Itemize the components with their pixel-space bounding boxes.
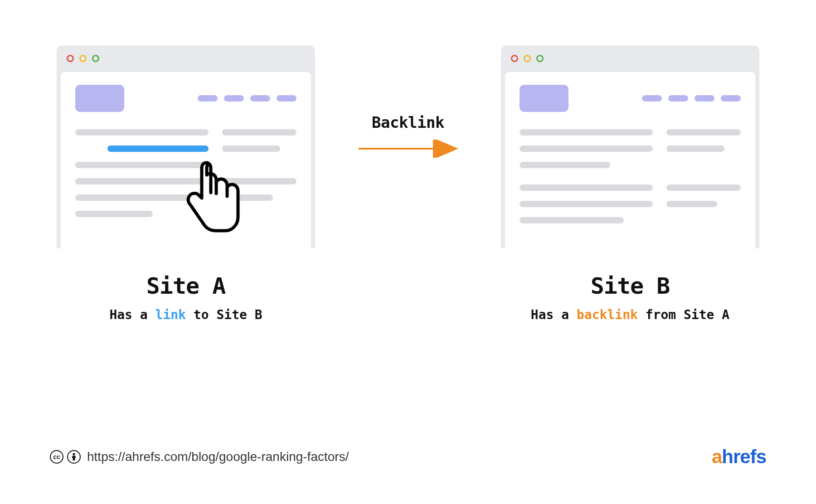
maximize-dot-icon	[536, 55, 544, 62]
window-controls	[57, 45, 315, 72]
page-content	[520, 129, 741, 233]
text-line	[75, 211, 153, 217]
close-dot-icon	[67, 55, 74, 62]
text-line	[666, 129, 741, 136]
site-a-subtitle: Has a link to Site B	[109, 307, 262, 322]
cc-license-icon: cc	[50, 450, 63, 464]
sub-prefix: Has a	[109, 307, 155, 322]
text-line	[520, 129, 653, 136]
text-line	[520, 184, 653, 191]
nav-item	[277, 95, 296, 102]
sub-prefix: Has a	[531, 307, 577, 322]
footer-attribution: cc https://ahrefs.com/blog/google-rankin…	[50, 450, 349, 464]
site-b-subtitle: Has a backlink from Site A	[531, 307, 729, 322]
maximize-dot-icon	[92, 55, 99, 62]
cc-badges: cc	[50, 450, 81, 464]
text-line	[666, 145, 724, 152]
arrow-section: Backlink	[351, 113, 465, 158]
logo-placeholder	[520, 85, 568, 112]
nav-item	[250, 95, 270, 102]
text-line	[222, 194, 272, 201]
nav-item	[224, 95, 244, 102]
nav-item	[198, 95, 218, 102]
sub-highlight: link	[155, 307, 186, 322]
brand-first-letter: a	[712, 446, 722, 467]
sub-suffix: from Site A	[638, 307, 729, 322]
source-url: https://ahrefs.com/blog/google-ranking-f…	[87, 450, 349, 464]
site-b-column: Site B Has a backlink from Site A	[494, 45, 766, 322]
text-line	[520, 201, 653, 207]
page-header	[520, 85, 741, 112]
text-line	[666, 201, 717, 207]
text-line	[222, 145, 280, 152]
text-line	[666, 184, 741, 191]
diagram-row: Site A Has a link to Site B Backlink	[50, 45, 766, 322]
site-a-column: Site A Has a link to Site B	[50, 45, 322, 322]
text-line	[520, 162, 610, 168]
content-col-side	[222, 129, 296, 227]
text-line	[222, 129, 296, 136]
site-b-title: Site B	[591, 273, 670, 299]
footer: cc https://ahrefs.com/blog/google-rankin…	[50, 446, 766, 468]
site-a-title: Site A	[146, 273, 226, 299]
content-col-main	[520, 129, 653, 233]
nav-item	[695, 95, 714, 102]
window-controls	[501, 45, 759, 72]
browser-mock-b	[501, 45, 759, 248]
brand-rest: hrefs	[722, 446, 766, 467]
arrow-label: Backlink	[372, 113, 444, 131]
diagram-stage: Site A Has a link to Site B Backlink	[50, 45, 766, 322]
page-header	[75, 85, 296, 112]
cc-by-icon	[67, 450, 81, 464]
brand-logo: ahrefs	[712, 446, 766, 468]
text-line	[75, 129, 209, 136]
sub-highlight: backlink	[577, 307, 638, 322]
svg-point-1	[73, 453, 75, 455]
close-dot-icon	[511, 55, 518, 62]
text-line	[222, 178, 296, 184]
page-content	[75, 129, 296, 227]
text-line	[520, 145, 653, 152]
content-col-side	[666, 129, 741, 233]
nav-placeholder	[198, 95, 296, 102]
svg-rect-3	[73, 458, 75, 460]
hyperlink-line	[107, 145, 209, 152]
text-line	[75, 194, 209, 201]
page-viewport-b	[505, 72, 756, 248]
browser-mock-a	[57, 45, 315, 248]
logo-placeholder	[75, 85, 124, 112]
nav-placeholder	[642, 95, 741, 102]
arrow-icon	[356, 140, 460, 158]
nav-item	[642, 95, 662, 102]
text-line	[75, 162, 209, 168]
page-viewport-a	[60, 72, 311, 248]
minimize-dot-icon	[524, 55, 531, 62]
minimize-dot-icon	[79, 55, 87, 62]
content-col-main	[75, 129, 209, 227]
sub-suffix: to Site B	[186, 307, 262, 322]
text-line	[75, 178, 209, 184]
nav-item	[721, 95, 741, 102]
nav-item	[668, 95, 688, 102]
text-line	[520, 217, 624, 223]
